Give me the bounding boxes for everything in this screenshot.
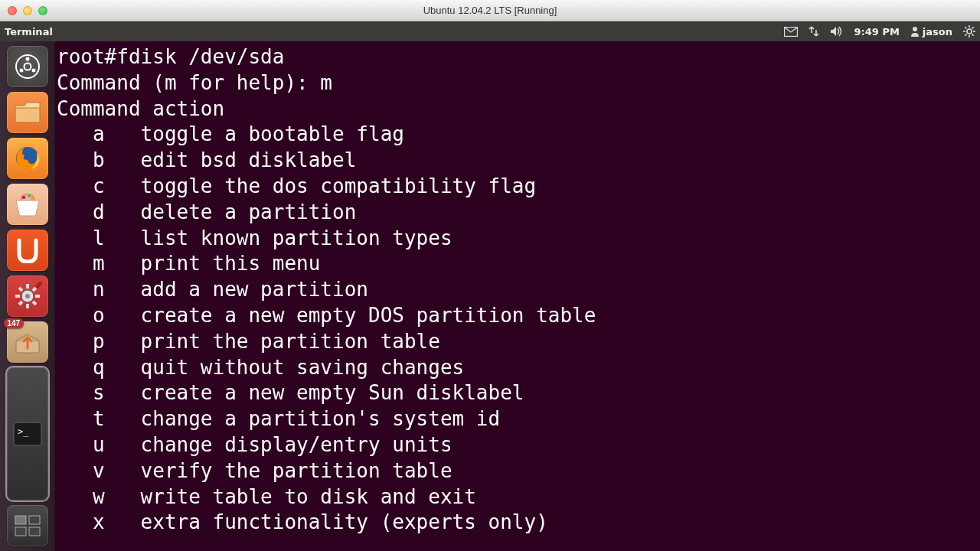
terminal-line: l list known partition types [57, 226, 978, 252]
terminal-line: s create a new empty Sun disklabel [57, 380, 978, 406]
terminal-line: Command (m for help): m [57, 70, 978, 96]
dash-home-icon[interactable] [7, 46, 48, 87]
gnome-menubar: Terminal 9:49 PM jason [0, 21, 980, 41]
user-label: jason [923, 26, 952, 37]
terminal-line: root#fdisk /dev/sda [57, 44, 978, 70]
svg-point-19 [27, 194, 30, 197]
svg-line-7 [965, 27, 966, 28]
svg-point-12 [25, 57, 29, 61]
terminal-icon[interactable]: >_ [7, 367, 48, 500]
svg-point-18 [21, 196, 24, 199]
close-window-button[interactable] [8, 6, 17, 15]
clock[interactable]: 9:49 PM [854, 26, 900, 37]
svg-rect-32 [14, 422, 41, 445]
terminal-line: d delete a partition [57, 200, 978, 226]
terminal-line: n add a new partition [57, 277, 978, 303]
svg-line-29 [33, 288, 36, 291]
terminal-line: t change a partition's system id [57, 406, 978, 432]
terminal-line: b edit bsd disklabel [57, 148, 978, 174]
svg-point-11 [16, 55, 39, 78]
svg-point-1 [913, 27, 917, 31]
system-settings-icon[interactable] [7, 276, 48, 317]
svg-line-26 [19, 288, 22, 291]
minimize-window-button[interactable] [23, 6, 32, 15]
svg-line-9 [965, 34, 966, 36]
svg-point-21 [21, 290, 34, 302]
terminal-line: x extra functionality (experts only) [57, 510, 978, 536]
host-window-title: Ubuntu 12.04.2 LTS [Running] [0, 5, 980, 16]
update-count-badge: 147 [4, 318, 24, 328]
traffic-lights [0, 6, 47, 15]
svg-point-30 [25, 294, 30, 298]
host-window-titlebar: Ubuntu 12.04.2 LTS [Running] [0, 0, 980, 21]
terminal-line: a toggle a bootable flag [57, 122, 978, 148]
user-menu[interactable]: jason [910, 26, 952, 37]
ubuntu-one-icon[interactable] [7, 230, 48, 271]
svg-point-14 [31, 69, 35, 73]
svg-point-13 [19, 69, 23, 73]
terminal-line: w write table to disk and exit [57, 484, 978, 510]
workspace: 147 >_ root#fdisk /dev/sdaCommand (m for… [0, 41, 980, 551]
svg-point-17 [16, 147, 39, 170]
svg-text:>_: >_ [18, 426, 29, 437]
svg-point-15 [24, 64, 31, 70]
terminal-line: q quit without saving changes [57, 355, 978, 381]
unity-launcher: 147 >_ [0, 41, 55, 551]
network-menu-icon[interactable] [808, 25, 819, 37]
svg-point-20 [30, 197, 33, 200]
terminal-pane[interactable]: root#fdisk /dev/sdaCommand (m for help):… [55, 41, 980, 551]
files-icon[interactable] [7, 92, 48, 133]
terminal-line: o create a new empty DOS partition table [57, 303, 978, 329]
svg-rect-16 [15, 108, 40, 122]
terminal-line: p print the partition table [57, 329, 978, 355]
svg-point-2 [967, 29, 972, 34]
firefox-icon[interactable] [7, 138, 48, 179]
svg-rect-34 [15, 516, 26, 524]
svg-line-27 [33, 302, 36, 305]
svg-rect-31 [16, 341, 39, 353]
software-center-icon[interactable] [7, 184, 48, 225]
zoom-window-button[interactable] [38, 6, 47, 15]
app-menu-terminal[interactable]: Terminal [5, 26, 53, 37]
terminal-line: v verify the partition table [57, 458, 978, 484]
svg-rect-35 [29, 516, 40, 524]
messaging-menu-icon[interactable] [784, 27, 798, 37]
svg-rect-37 [29, 527, 40, 536]
svg-line-10 [972, 27, 974, 28]
terminal-line: u change display/entry units [57, 432, 978, 458]
system-menu-icon[interactable] [963, 25, 975, 37]
workspace-switcher-icon[interactable] [7, 505, 48, 546]
terminal-line: c toggle the dos compatibility flag [57, 174, 978, 200]
terminal-line: Command action [57, 96, 978, 122]
svg-rect-36 [15, 527, 26, 536]
svg-line-8 [972, 34, 974, 36]
sound-menu-icon[interactable] [830, 25, 844, 37]
software-updater-icon[interactable]: 147 [7, 321, 48, 363]
user-icon [910, 26, 920, 37]
terminal-line: m print this menu [57, 251, 978, 277]
svg-line-28 [19, 302, 22, 305]
